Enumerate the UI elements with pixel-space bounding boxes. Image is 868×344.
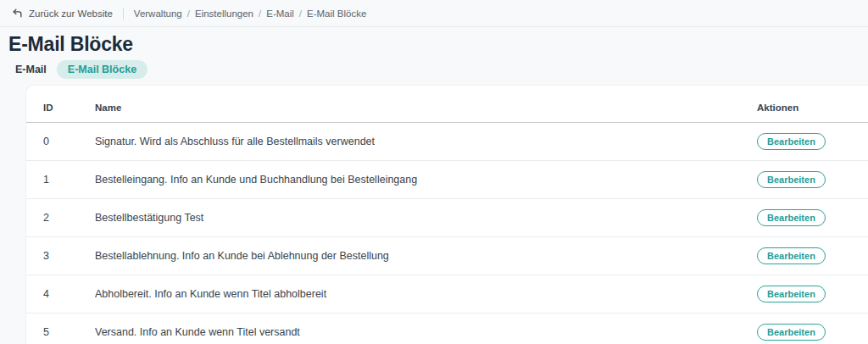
table-row: 5 Versand. Info an Kunde wenn Titel vers… <box>26 313 868 344</box>
row-id: 0 <box>43 136 49 147</box>
table-row: 1 Bestelleingang. Info an Kunde und Buch… <box>26 161 868 199</box>
tabs: E-Mail E-Mail Blöcke <box>15 60 868 78</box>
tab-email[interactable]: E-Mail <box>15 64 47 75</box>
row-name: Bestelleingang. Info an Kunde und Buchha… <box>95 174 417 186</box>
row-name: Bestellablehnung. Info an Kunde bei Able… <box>95 250 389 262</box>
back-to-website-link[interactable]: Zurück zur Website <box>12 8 113 19</box>
edit-button[interactable]: Bearbeiten <box>757 133 826 150</box>
breadcrumb-item-einstellungen[interactable]: Einstellungen <box>195 8 253 19</box>
edit-button[interactable]: Bearbeiten <box>757 324 826 341</box>
breadcrumb-item-email[interactable]: E-Mail <box>266 8 294 19</box>
row-id: 3 <box>43 250 49 262</box>
breadcrumb: Verwaltung / Einstellungen / E-Mail / E-… <box>134 8 366 19</box>
breadcrumb-separator: / <box>299 8 302 19</box>
back-link-label: Zurück zur Website <box>29 8 113 19</box>
row-id: 2 <box>43 212 49 224</box>
edit-button[interactable]: Bearbeiten <box>757 209 826 226</box>
column-header-actions: Aktionen <box>757 86 868 123</box>
row-name: Versand. Info an Kunde wenn Titel versan… <box>95 326 300 338</box>
table-row: 4 Abholbereit. Info an Kunde wenn Titel … <box>26 275 868 313</box>
edit-button[interactable]: Bearbeiten <box>757 171 826 188</box>
breadcrumb-item-verwaltung[interactable]: Verwaltung <box>134 8 182 19</box>
tab-email-bloecke[interactable]: E-Mail Blöcke <box>57 60 147 79</box>
row-name: Abholbereit. Info an Kunde wenn Titel ab… <box>95 288 326 300</box>
column-header-id: ID <box>26 86 95 123</box>
row-id: 5 <box>43 326 49 338</box>
back-arrow-icon <box>12 8 23 19</box>
breadcrumb-divider <box>123 8 124 19</box>
content-card: ID Name Aktionen 0 Signatur. Wird als Ab… <box>25 85 868 344</box>
page-title: E-Mail Blöcke <box>8 34 868 54</box>
table-header-row: ID Name Aktionen <box>26 86 868 123</box>
row-name: Signatur. Wird als Abschluss für alle Be… <box>95 136 375 147</box>
row-id: 4 <box>43 288 49 300</box>
row-name: Bestellbestätigung Test <box>95 212 203 224</box>
row-id: 1 <box>43 174 49 186</box>
edit-button[interactable]: Bearbeiten <box>757 286 826 302</box>
breadcrumb-separator: / <box>259 8 261 19</box>
table-row: 0 Signatur. Wird als Abschluss für alle … <box>26 123 868 161</box>
table-row: 2 Bestellbestätigung Test Bearbeiten <box>26 199 868 237</box>
table-body: 0 Signatur. Wird als Abschluss für alle … <box>26 123 868 344</box>
email-blocks-table: ID Name Aktionen 0 Signatur. Wird als Ab… <box>26 86 868 344</box>
breadcrumb-item-email-bloecke: E-Mail Blöcke <box>307 8 366 19</box>
table-row: 3 Bestellablehnung. Info an Kunde bei Ab… <box>26 237 868 275</box>
breadcrumb-bar: Zurück zur Website Verwaltung / Einstell… <box>0 0 868 27</box>
column-header-name: Name <box>95 86 757 123</box>
breadcrumb-separator: / <box>187 8 190 19</box>
edit-button[interactable]: Bearbeiten <box>757 247 826 264</box>
